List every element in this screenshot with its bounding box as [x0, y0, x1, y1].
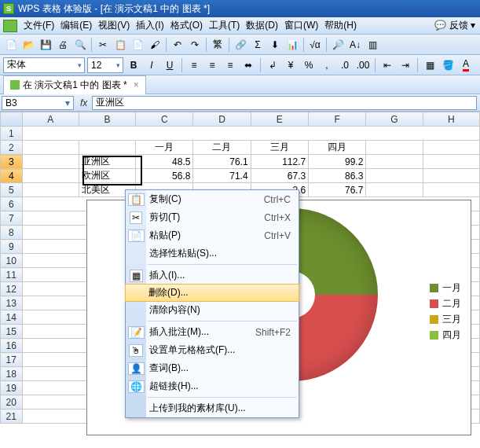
paste-icon[interactable]: 📄	[130, 37, 145, 53]
menu-file[interactable]: 文件(F)	[20, 17, 57, 34]
row-header[interactable]: 18	[1, 367, 23, 381]
italic-icon[interactable]: I	[144, 57, 159, 73]
cell[interactable]: 亚洲区	[79, 155, 135, 169]
feedback-button[interactable]: 💬 反馈 ▾	[431, 17, 478, 34]
trad-simp-icon[interactable]: 繁	[210, 37, 225, 53]
cell[interactable]: 71.4	[193, 169, 251, 183]
sort-az-icon[interactable]: A↓	[347, 37, 363, 53]
comma-icon[interactable]: ,	[319, 57, 335, 73]
row-header[interactable]: 11	[1, 268, 23, 282]
sort-icon[interactable]: ⬇	[267, 37, 283, 53]
border-icon[interactable]: ▦	[422, 57, 438, 73]
cell[interactable]: 86.3	[309, 169, 366, 183]
wrap-icon[interactable]: ↲	[265, 57, 280, 73]
row-header[interactable]: 9	[1, 240, 23, 254]
link-icon[interactable]: 🔗	[233, 37, 248, 53]
row-header[interactable]: 15	[1, 325, 23, 339]
menu-data[interactable]: 数据(D)	[243, 17, 281, 34]
row-header[interactable]: 1	[1, 127, 23, 141]
cell[interactable]: 67.3	[251, 169, 309, 183]
col-header[interactable]: C	[136, 112, 193, 127]
context-menu-item[interactable]: 📝插入批注(M)...Shift+F2	[126, 323, 299, 341]
cell[interactable]: 99.2	[309, 155, 366, 169]
context-menu-item[interactable]: 清除内容(N)	[126, 301, 299, 319]
col-header[interactable]: B	[79, 112, 135, 127]
formula-icon[interactable]: √α	[307, 37, 323, 53]
cut-icon[interactable]: ✂	[95, 37, 111, 53]
chart-icon[interactable]: 📊	[284, 37, 300, 53]
name-box[interactable]: B3▾	[2, 96, 74, 110]
spreadsheet-grid[interactable]: A B C D E F G H 1 2 一月 二月 三月 四月 3 亚洲区 48…	[0, 112, 480, 448]
context-menu-item[interactable]: 删除(D)...	[125, 284, 299, 302]
context-menu-item[interactable]: 👤查词(B)...	[126, 359, 299, 377]
row-header[interactable]: 8	[1, 226, 23, 240]
percent-icon[interactable]: %	[301, 57, 317, 73]
context-menu-item[interactable]: ✂剪切(T)Ctrl+X	[126, 208, 299, 226]
col-header[interactable]: H	[423, 112, 479, 127]
align-center-icon[interactable]: ≡	[204, 57, 220, 73]
context-menu-item[interactable]: 上传到我的素材库(U)...	[126, 399, 299, 417]
menu-edit[interactable]: 编辑(E)	[57, 17, 95, 34]
row-header[interactable]: 4	[1, 169, 23, 183]
sum-icon[interactable]: Σ	[250, 37, 266, 53]
cell[interactable]: 欧洲区	[79, 169, 135, 183]
cell[interactable]: 二月	[193, 141, 251, 155]
row-header[interactable]: 19	[1, 381, 23, 395]
row-header[interactable]: 7	[1, 211, 23, 226]
row-header[interactable]: 14	[1, 310, 23, 325]
row-header[interactable]: 3	[1, 155, 23, 169]
col-header[interactable]: A	[22, 112, 79, 127]
row-header[interactable]: 5	[1, 183, 23, 197]
cell[interactable]: 48.5	[136, 155, 193, 169]
undo-icon[interactable]: ↶	[170, 37, 185, 53]
cell[interactable]: 76.7	[309, 183, 366, 197]
row-header[interactable]: 10	[1, 254, 23, 268]
align-right-icon[interactable]: ≡	[222, 57, 238, 73]
align-left-icon[interactable]: ≡	[186, 57, 202, 73]
pane-icon[interactable]: ▥	[365, 37, 380, 53]
menu-view[interactable]: 视图(V)	[95, 17, 133, 34]
row-header[interactable]: 2	[1, 141, 23, 155]
context-menu-item[interactable]: 📄粘贴(P)Ctrl+V	[126, 226, 299, 244]
dec-inc-icon[interactable]: .0	[337, 57, 353, 73]
row-header[interactable]: 21	[1, 409, 23, 424]
app-menu-icon[interactable]	[3, 20, 17, 32]
open-icon[interactable]: 📂	[20, 37, 36, 53]
dec-dec-icon[interactable]: .00	[355, 57, 371, 73]
context-menu-item[interactable]: 选择性粘贴(S)...	[126, 244, 299, 263]
copy-icon[interactable]: 📋	[112, 37, 128, 53]
cell[interactable]: 112.7	[251, 155, 309, 169]
fx-icon[interactable]: fx	[75, 97, 92, 108]
print-icon[interactable]: 🖨	[55, 37, 71, 53]
cell[interactable]: 一月	[136, 141, 193, 155]
select-all-corner[interactable]	[1, 112, 23, 127]
font-size-combo[interactable]: 12	[87, 57, 123, 73]
row-header[interactable]: 12	[1, 282, 23, 296]
col-header[interactable]: E	[251, 112, 309, 127]
font-color-icon[interactable]: A	[458, 57, 474, 73]
col-header[interactable]: G	[366, 112, 423, 127]
context-menu-item[interactable]: 📋复制(C)Ctrl+C	[126, 190, 299, 208]
context-menu-item[interactable]: ▦插入(I)...	[126, 266, 299, 285]
merge-icon[interactable]: ⬌	[240, 57, 256, 73]
row-header[interactable]: 17	[1, 353, 23, 367]
context-menu-item[interactable]: 🌐超链接(H)...	[126, 377, 299, 395]
font-name-combo[interactable]: 宋体	[3, 57, 85, 73]
cell[interactable]: 三月	[251, 141, 309, 155]
cell[interactable]: 56.8	[136, 169, 193, 183]
menu-window[interactable]: 窗口(W)	[281, 17, 321, 34]
underline-icon[interactable]: U	[162, 57, 178, 73]
context-menu-item[interactable]: 🖱设置单元格格式(F)...	[126, 341, 299, 359]
col-header[interactable]: F	[309, 112, 366, 127]
preview-icon[interactable]: 🔍	[72, 37, 88, 53]
document-tab[interactable]: 在 演示文稿1 中的 图表 * ×	[3, 75, 146, 94]
row-header[interactable]: 20	[1, 395, 23, 409]
col-header[interactable]: D	[193, 112, 251, 127]
row-header[interactable]: 6	[1, 197, 23, 211]
currency-icon[interactable]: ¥	[283, 57, 299, 73]
indent-dec-icon[interactable]: ⇤	[379, 57, 395, 73]
row-header[interactable]: 13	[1, 296, 23, 310]
cell[interactable]: 76.1	[193, 155, 251, 169]
redo-icon[interactable]: ↷	[187, 37, 203, 53]
format-painter-icon[interactable]: 🖌	[147, 37, 163, 53]
